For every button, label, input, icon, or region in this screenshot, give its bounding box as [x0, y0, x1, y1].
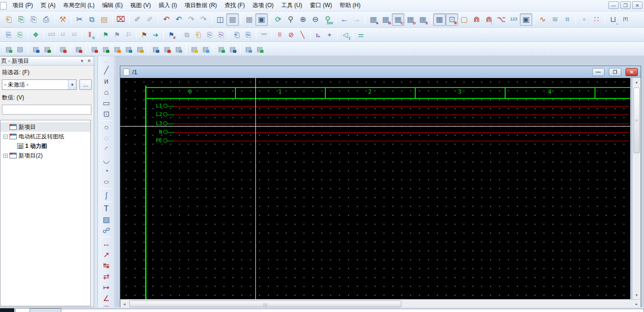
tile-window-icon[interactable]: ▩ — [226, 13, 239, 26]
paste-icon[interactable]: ▤ — [98, 13, 110, 26]
minimize-button[interactable]: — — [608, 1, 619, 9]
zoom-in-icon[interactable]: ⊕ — [297, 13, 309, 26]
vertical-scroll-thumb[interactable]: ≡ — [634, 88, 640, 153]
drawing-window-title-bar[interactable]: /1 — ❐ ✕ — [120, 66, 641, 78]
stamp-icon[interactable]: ⌤ — [258, 29, 270, 40]
connection-symbols-icon[interactable]: ⌥ — [495, 13, 507, 26]
scroll-left-arrow[interactable]: ◄ — [120, 300, 128, 308]
zoom-window-icon[interactable]: ⚲ — [284, 13, 297, 26]
message-next-icon[interactable]: ⚐ — [123, 29, 134, 40]
design-frame-icon[interactable]: ▢ — [458, 13, 470, 26]
insert-busbar-icon[interactable]: ||| — [274, 29, 285, 40]
menu-item[interactable]: 项目数据 (R) — [181, 0, 221, 11]
delete-selection-icon[interactable]: ⌧ — [115, 13, 127, 26]
menu-item[interactable]: 选项 (O) — [249, 0, 278, 11]
plug-navigator-icon[interactable]: ▤ — [41, 43, 53, 55]
panel-menu-button[interactable]: ▾ — [78, 58, 86, 64]
mirror-tool-icon[interactable]: ◁| — [340, 29, 351, 40]
draw-spline-icon[interactable]: ∫ — [100, 190, 113, 201]
order-navigator-icon[interactable]: ▤ — [173, 43, 184, 55]
draw-circle-points-icon[interactable]: ◌ — [100, 133, 113, 144]
menu-item[interactable]: 窗口 (W) — [306, 0, 336, 11]
insert-slash-symbol-icon[interactable]: ╲ — [297, 29, 308, 40]
draw-polyline-icon[interactable]: ᴎ — [100, 76, 113, 87]
macro-navigator-icon[interactable]: ▤ — [243, 43, 254, 55]
draw-rectangle-icon[interactable]: ▭ — [100, 98, 113, 108]
anchor-navigator-icon[interactable]: ▤ — [227, 43, 238, 55]
horizontal-scroll-thumb[interactable]: ||| — [129, 301, 401, 307]
shopping-cart-icon[interactable]: ⊔‥ — [607, 13, 619, 26]
potential-navigator-icon[interactable]: ▤ — [73, 43, 84, 55]
new-page-icon[interactable]: ⎗ — [3, 13, 15, 26]
draw-arc-3point-icon[interactable]: ◜ — [100, 144, 113, 155]
page-navigator-icon[interactable]: ⎘ — [3, 29, 14, 40]
dimension-baseline-icon[interactable]: ↦ — [100, 282, 113, 293]
menu-item[interactable]: 编辑 (E) — [98, 0, 127, 11]
placeholder-navigator-icon[interactable]: ▤ — [200, 43, 211, 55]
draw-circle-icon[interactable]: ○ — [100, 122, 113, 133]
copy-pages-icon[interactable]: ⧉ — [181, 29, 193, 40]
menu-item[interactable]: 插入 (I) — [155, 0, 181, 11]
grid-e-icon[interactable]: ▦E — [417, 13, 429, 26]
bookmark-icon[interactable]: ⚑ — [138, 29, 150, 40]
screen-display-icon[interactable]: ▣ — [520, 13, 532, 26]
chevron-down-icon[interactable]: ▼ — [68, 80, 76, 89]
scroll-down-arrow[interactable]: ▼ — [633, 291, 641, 299]
open-page-icon[interactable]: ⎘ — [15, 13, 28, 26]
message-settings-icon[interactable]: ⚑ — [111, 29, 123, 40]
dimension-continued-icon[interactable]: ↹ — [100, 260, 113, 271]
dimension-angle-icon[interactable]: ∠ — [100, 293, 113, 304]
back-icon[interactable]: ← — [338, 13, 351, 26]
page-navigator-all-icon[interactable]: ⎘ — [14, 29, 26, 40]
bom-navigator-icon[interactable]: ▤ — [161, 43, 173, 55]
grid-b-icon[interactable]: ▦B — [380, 13, 392, 26]
expand-toggle[interactable]: + — [3, 154, 8, 158]
center-snap-icon[interactable]: ⌖ — [324, 29, 335, 40]
tree-item[interactable]: +新项目(2) — [0, 151, 90, 160]
draw-line-icon[interactable]: ╱ — [100, 65, 113, 76]
menu-item[interactable]: 项目 (P) — [9, 0, 37, 11]
child-close-button[interactable]: ✕ — [625, 68, 638, 76]
placeholder-object-icon[interactable]: ▫ — [578, 13, 590, 26]
panel-close-button[interactable]: ✕ — [86, 58, 93, 64]
snap-coordinates-icon[interactable]: ⋒∟ — [483, 13, 495, 26]
undo-list-icon[interactable]: ↶ — [160, 13, 173, 26]
parts-cart-navigator-icon[interactable]: ▤ — [150, 43, 161, 55]
insert-fields-icon[interactable]: ▦ — [243, 13, 255, 26]
close-page-icon[interactable]: ⎘ — [28, 13, 40, 26]
scroll-up-arrow[interactable]: ▲ — [633, 78, 641, 86]
page-revision-icon[interactable]: ⎘ — [204, 29, 215, 40]
format-painter-icon[interactable]: ✐ — [131, 13, 144, 26]
print-icon[interactable]: ⎙ — [40, 13, 52, 26]
value-input[interactable] — [2, 105, 91, 115]
insert-text-icon[interactable]: |T| — [619, 13, 632, 26]
cut-icon[interactable]: ✂ — [73, 13, 86, 26]
menu-item[interactable]: 视图 (V) — [127, 0, 155, 11]
filter-browse-button[interactable]: ... — [79, 79, 92, 90]
signal-net-icon[interactable]: ⌗ — [561, 13, 574, 26]
restore-button[interactable]: ❐ — [620, 1, 631, 9]
insert-circle-symbol-icon[interactable]: ⊘ — [285, 29, 297, 40]
menu-item[interactable]: 布局空间 (L) — [59, 0, 98, 11]
terminal-strip-navigator-icon[interactable]: ▤ — [57, 43, 68, 55]
child-minimize-button[interactable]: — — [592, 68, 605, 76]
draw-polygon-icon[interactable]: ⌂ — [100, 87, 113, 98]
dimension-chain-icon[interactable]: ⇄ — [100, 271, 113, 282]
pages-list-icon[interactable]: ▤ — [14, 43, 26, 55]
undo-icon[interactable]: ↶ — [173, 13, 185, 26]
redo-icon[interactable]: ↷ — [185, 13, 197, 26]
multi-line-navigator-icon[interactable]: ▤ — [3, 43, 14, 55]
renumber-cables-icon[interactable]: 12 — [68, 29, 80, 40]
menu-item[interactable]: 帮助 (H) — [336, 0, 364, 11]
split-window-icon[interactable]: ◫ — [214, 13, 226, 26]
tree-item[interactable]: −电动机正反转图纸 — [0, 132, 90, 141]
cable-navigator-icon[interactable]: ▤ — [100, 43, 111, 55]
forward-icon[interactable]: → — [351, 13, 363, 26]
redo-list-icon[interactable]: ↷ — [197, 13, 210, 26]
bottom-tab-1[interactable] — [0, 308, 14, 312]
grid-display-icon[interactable]: ▦ — [433, 13, 446, 26]
renumber-devices-icon[interactable]: 123 — [46, 29, 57, 40]
vertical-scrollbar[interactable]: ▲ ≡ ▼ — [632, 78, 641, 299]
process-navigator-icon[interactable]: ▤ — [134, 43, 146, 55]
filter-dropdown[interactable]: - 未激活 - ▼ — [2, 79, 77, 90]
